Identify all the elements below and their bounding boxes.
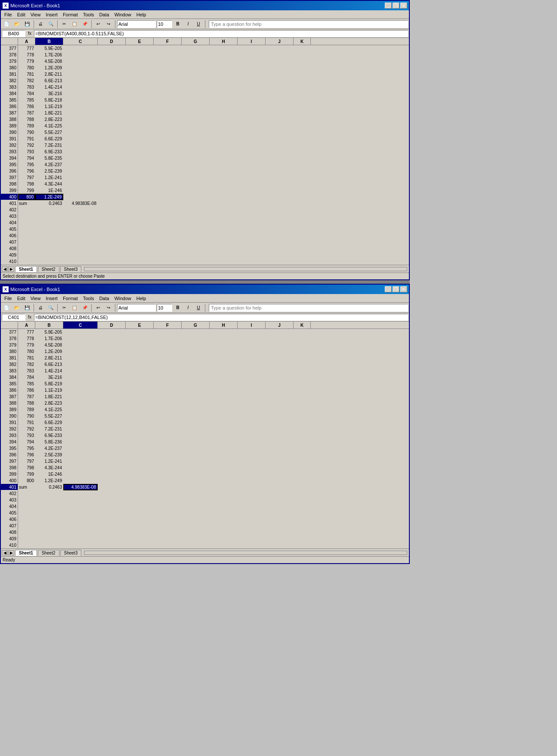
cell[interactable] (98, 90, 126, 97)
cell[interactable] (210, 452, 238, 458)
cell[interactable] (63, 174, 98, 181)
cell[interactable] (154, 329, 182, 335)
cell[interactable] (98, 329, 126, 335)
cell[interactable] (98, 232, 126, 239)
cell[interactable] (238, 97, 266, 103)
cell[interactable]: 1.2E-209 (35, 348, 63, 355)
cell[interactable] (63, 342, 98, 348)
cell[interactable] (294, 97, 311, 103)
cell[interactable] (35, 523, 63, 529)
cell[interactable] (98, 342, 126, 348)
cell[interactable] (154, 174, 182, 181)
menu-edit-1[interactable]: Edit (15, 11, 28, 18)
cell[interactable] (238, 503, 266, 510)
cell[interactable]: 2.8E-223 (35, 400, 63, 406)
cell[interactable] (154, 123, 182, 129)
cell[interactable] (238, 490, 266, 497)
cell[interactable] (294, 258, 311, 265)
col-header-c-2[interactable]: C (63, 322, 98, 328)
cell[interactable] (63, 368, 98, 374)
cell[interactable] (294, 361, 311, 368)
cell[interactable] (98, 123, 126, 129)
cell[interactable] (154, 84, 182, 90)
cell[interactable] (126, 342, 154, 348)
cell[interactable] (98, 406, 126, 413)
row-header-397[interactable]: 397 (1, 458, 18, 465)
cell[interactable] (35, 239, 63, 245)
cell[interactable] (210, 510, 238, 516)
col-header-k-1[interactable]: K (294, 38, 311, 45)
cell[interactable] (182, 406, 210, 413)
cell[interactable] (266, 452, 294, 458)
cell[interactable] (98, 110, 126, 116)
cell[interactable] (126, 387, 154, 393)
cell[interactable] (210, 187, 238, 194)
cell[interactable]: 797 (18, 458, 35, 465)
cell[interactable] (238, 226, 266, 232)
cell[interactable] (126, 110, 154, 116)
cell[interactable] (154, 187, 182, 194)
cell[interactable] (126, 168, 154, 174)
cell[interactable] (294, 181, 311, 187)
cell[interactable] (18, 529, 35, 536)
save-button-2[interactable]: 💾 (22, 304, 32, 312)
cell[interactable] (98, 445, 126, 452)
cell[interactable] (182, 335, 210, 342)
cell[interactable] (210, 439, 238, 445)
cell[interactable] (210, 136, 238, 142)
cell[interactable] (154, 471, 182, 477)
cell[interactable] (126, 142, 154, 149)
cell[interactable] (294, 252, 311, 258)
cell[interactable] (182, 174, 210, 181)
cell[interactable] (210, 348, 238, 355)
cell[interactable] (98, 393, 126, 400)
row-header-381[interactable]: 381 (1, 71, 18, 77)
cell[interactable] (294, 510, 311, 516)
help-input-1[interactable] (209, 20, 408, 28)
cell[interactable] (18, 220, 35, 226)
cell[interactable] (210, 387, 238, 393)
cell[interactable] (182, 458, 210, 465)
cell[interactable] (294, 161, 311, 168)
cell[interactable] (210, 232, 238, 239)
cell[interactable] (182, 490, 210, 497)
row-header-385[interactable]: 385 (1, 97, 18, 103)
cell[interactable]: 777 (18, 45, 35, 52)
cell[interactable] (63, 142, 98, 149)
cell[interactable] (238, 174, 266, 181)
cell[interactable] (98, 516, 126, 523)
cell[interactable] (63, 129, 98, 136)
cell[interactable] (182, 413, 210, 419)
row-header-380[interactable]: 380 (1, 65, 18, 71)
cell[interactable]: 784 (18, 90, 35, 97)
cell[interactable]: 785 (18, 381, 35, 387)
cell[interactable] (126, 174, 154, 181)
cell[interactable] (154, 97, 182, 103)
cell[interactable]: 6.9E-233 (35, 432, 63, 439)
redo-button-2[interactable]: ↪ (104, 304, 113, 312)
cell[interactable] (238, 239, 266, 245)
cell[interactable] (294, 368, 311, 374)
cell[interactable] (238, 510, 266, 516)
cell[interactable] (126, 181, 154, 187)
cell[interactable] (182, 361, 210, 368)
cell[interactable] (154, 510, 182, 516)
cell[interactable] (63, 84, 98, 90)
cell[interactable] (210, 258, 238, 265)
cell[interactable] (126, 393, 154, 400)
cell[interactable] (154, 426, 182, 432)
cell[interactable] (266, 484, 294, 490)
sheet-nav-next-1[interactable]: ▶ (8, 266, 14, 272)
cell[interactable] (210, 503, 238, 510)
cell[interactable] (182, 194, 210, 200)
cell[interactable]: 1.8E-221 (35, 110, 63, 116)
cell[interactable] (266, 477, 294, 484)
cell[interactable] (18, 516, 35, 523)
cell[interactable] (210, 52, 238, 58)
cell[interactable] (98, 252, 126, 258)
cell[interactable] (154, 445, 182, 452)
menu-file-2[interactable]: File (2, 295, 15, 302)
cell[interactable] (63, 406, 98, 413)
cell[interactable] (266, 220, 294, 226)
col-header-f-2[interactable]: F (154, 322, 182, 328)
